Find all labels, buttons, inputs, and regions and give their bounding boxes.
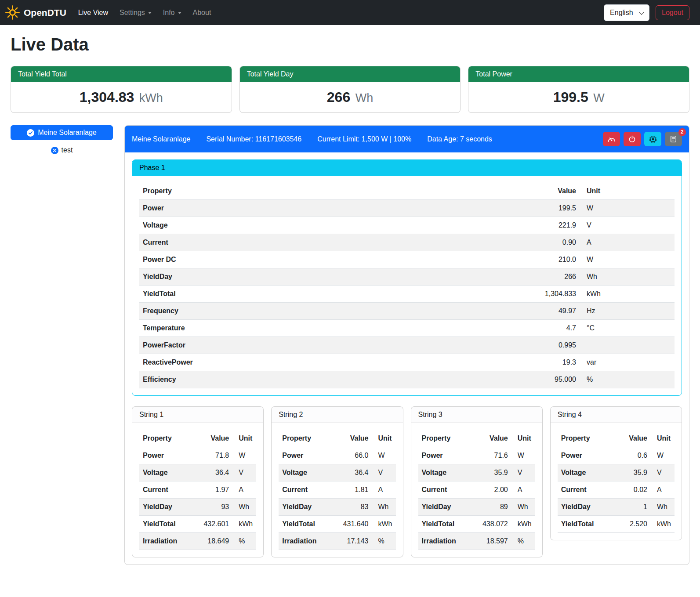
table-row: YieldDay1Wh xyxy=(558,499,675,516)
string-table: PropertyValueUnitPower71.8WVoltage36.4VC… xyxy=(139,430,256,550)
column-header-property: Property xyxy=(558,430,618,447)
property-cell: Power xyxy=(279,447,339,464)
table-row: YieldTotal431.640kWh xyxy=(279,516,395,533)
value-cell: 35.9 xyxy=(479,464,511,481)
phase-card-body: PropertyValueUnitPower199.5WVoltage221.9… xyxy=(132,176,682,395)
property-cell: Irradiation xyxy=(139,533,200,550)
summary-cards: Total Yield Total 1,304.83 kWh Total Yie… xyxy=(11,66,689,113)
chevron-down-icon xyxy=(178,12,181,14)
column-header-property: Property xyxy=(279,430,339,447)
check-circle-icon xyxy=(27,129,34,137)
brand[interactable]: OpenDTU xyxy=(5,5,66,20)
table-row: YieldTotal1,304.833kWh xyxy=(139,286,675,303)
string-table: PropertyValueUnitPower0.6WVoltage35.9VCu… xyxy=(558,430,675,533)
value-cell: 93 xyxy=(200,499,232,516)
nav-about[interactable]: About xyxy=(187,5,217,20)
inverter-button-selected[interactable]: Meine Solaranlage xyxy=(11,125,113,140)
table-row: ReactivePower19.3var xyxy=(139,354,675,371)
table-row: Current1.97A xyxy=(139,481,256,499)
summary-unit: kWh xyxy=(139,91,163,105)
summary-card-total-yield-day: Total Yield Day 266 Wh xyxy=(239,66,461,113)
table-row: PowerFactor0.995 xyxy=(139,337,675,354)
device-info-button[interactable] xyxy=(644,132,661,146)
value-cell: 89 xyxy=(479,499,511,516)
nav-live-view-label: Live View xyxy=(78,9,108,17)
unit-cell: V xyxy=(651,464,675,481)
unit-cell: W xyxy=(580,200,675,217)
nav-settings[interactable]: Settings xyxy=(114,5,157,20)
value-cell: 2.00 xyxy=(479,481,511,499)
summary-value: 199.5 xyxy=(553,89,588,105)
string-card-title: String 4 xyxy=(551,407,682,423)
nav-info[interactable]: Info xyxy=(157,5,187,20)
property-cell: Voltage xyxy=(139,217,518,234)
string-card-body: PropertyValueUnitPower71.6WVoltage35.9VC… xyxy=(411,423,542,557)
string-card-1: String 1 PropertyValueUnitPower71.8WVolt… xyxy=(132,406,264,557)
table-row: Power199.5W xyxy=(139,200,675,217)
unit-cell: % xyxy=(232,533,256,550)
table-row: Power71.8W xyxy=(139,447,256,464)
content-row: Meine Solaranlage test Meine Solaranlage… xyxy=(11,125,689,565)
limit-settings-button[interactable] xyxy=(603,132,620,146)
value-cell: 36.4 xyxy=(340,464,372,481)
table-row: YieldTotal2.520kWh xyxy=(558,516,675,533)
unit-cell: V xyxy=(372,464,396,481)
value-cell: 71.8 xyxy=(200,447,232,464)
property-cell: Power DC xyxy=(139,251,518,268)
summary-card-body: 199.5 W xyxy=(468,82,689,112)
summary-card-body: 266 Wh xyxy=(240,82,461,112)
unit-cell: W xyxy=(651,447,675,464)
value-cell: 0.995 xyxy=(518,337,580,354)
column-header-property: Property xyxy=(139,183,518,200)
table-row: Voltage36.4V xyxy=(139,464,256,481)
value-cell: 2.520 xyxy=(618,516,651,533)
column-header-unit: Unit xyxy=(511,430,535,447)
column-header-unit: Unit xyxy=(651,430,675,447)
event-log-button[interactable]: 2 xyxy=(665,132,682,146)
unit-cell: Hz xyxy=(580,303,675,320)
unit-cell xyxy=(580,337,675,354)
property-cell: Power xyxy=(558,447,618,464)
chevron-down-icon xyxy=(148,12,152,14)
inverter-serial: Serial Number: 116171603546 xyxy=(206,135,301,143)
power-icon xyxy=(628,135,636,143)
value-cell: 266 xyxy=(518,268,580,286)
property-cell: Current xyxy=(418,481,479,499)
table-header-row: PropertyValueUnit xyxy=(139,430,256,447)
inverter-limit: Current Limit: 1,500 W | 100% xyxy=(317,135,411,143)
unit-cell: % xyxy=(511,533,535,550)
nav-live-view[interactable]: Live View xyxy=(73,5,114,20)
sun-icon xyxy=(5,5,20,20)
summary-card-body: 1,304.83 kWh xyxy=(11,82,232,112)
string-card-body: PropertyValueUnitPower0.6WVoltage35.9VCu… xyxy=(551,423,682,540)
nav-about-label: About xyxy=(193,9,211,17)
value-cell: 221.9 xyxy=(518,217,580,234)
string-card-title: String 1 xyxy=(132,407,263,423)
language-select[interactable]: English xyxy=(604,4,649,21)
string-card-4: String 4 PropertyValueUnitPower0.6WVolta… xyxy=(550,406,682,540)
table-row: Irradiation18.649% xyxy=(139,533,256,550)
property-cell: Voltage xyxy=(279,464,339,481)
table-row: YieldDay89Wh xyxy=(418,499,535,516)
table-header-row: PropertyValueUnit xyxy=(279,430,395,447)
power-button[interactable] xyxy=(624,132,641,146)
property-cell: YieldTotal xyxy=(558,516,618,533)
property-cell: Power xyxy=(139,200,518,217)
property-cell: PowerFactor xyxy=(139,337,518,354)
unit-cell: Wh xyxy=(232,499,256,516)
table-row: Irradiation18.597% xyxy=(418,533,535,550)
table-row: Voltage35.9V xyxy=(418,464,535,481)
phase-card-title: Phase 1 xyxy=(132,160,682,176)
property-cell: ReactivePower xyxy=(139,354,518,371)
value-cell: 432.601 xyxy=(200,516,232,533)
value-cell: 438.072 xyxy=(479,516,511,533)
summary-unit: Wh xyxy=(355,91,374,105)
inverter-card-body: Phase 1 PropertyValueUnitPower199.5WVolt… xyxy=(125,152,689,564)
logout-button[interactable]: Logout xyxy=(656,5,689,20)
table-row: Voltage36.4V xyxy=(279,464,395,481)
summary-card-total-power: Total Power 199.5 W xyxy=(468,66,689,113)
inverter-button-test[interactable]: test xyxy=(11,146,113,154)
unit-cell: V xyxy=(232,464,256,481)
inverter-card-header: Meine Solaranlage Serial Number: 1161716… xyxy=(125,126,689,152)
value-cell: 18.597 xyxy=(479,533,511,550)
